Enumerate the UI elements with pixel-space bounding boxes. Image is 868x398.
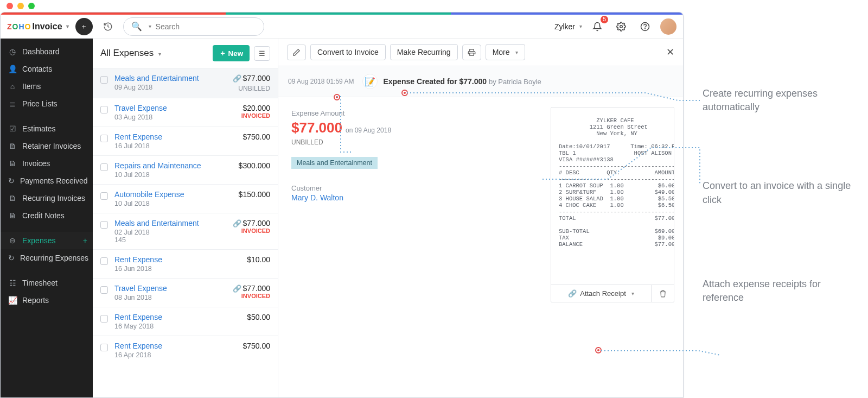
quick-create-button[interactable]: ＋ (75, 18, 93, 35)
receipt-content: ZYLKER CAFE 1211 Green Street New York, … (551, 108, 674, 285)
history-button[interactable] (99, 18, 117, 35)
help-icon (640, 22, 650, 31)
row-checkbox[interactable] (100, 257, 108, 265)
make-recurring-button[interactable]: Make Recurring (390, 44, 458, 60)
expense-status: INVOICED (233, 293, 270, 299)
row-checkbox[interactable] (100, 76, 108, 84)
row-checkbox[interactable] (100, 135, 108, 142)
attach-receipt-button[interactable]: 🔗 Attach Receipt▾ (551, 285, 651, 302)
receipt-preview: ZYLKER CAFE 1211 Green Street New York, … (551, 107, 674, 302)
log-timestamp: 09 Aug 2018 01:59 AM (288, 78, 354, 85)
expense-ref: 145 (114, 236, 226, 244)
search-box[interactable]: 🔍▾ (123, 17, 264, 36)
sidebar-item-recurring-expenses[interactable]: ↻Recurring Expenses (1, 249, 93, 267)
expense-date: 10 Jul 2018 (114, 171, 232, 179)
customer-link[interactable]: Mary D. Walton (291, 193, 538, 202)
row-checkbox[interactable] (100, 163, 108, 171)
new-expense-button[interactable]: ＋ New (213, 45, 250, 61)
row-checkbox[interactable] (100, 106, 108, 113)
sidebar-item-timesheet[interactable]: ☷Timesheet (1, 274, 93, 292)
expense-title: Meals and Entertainment (114, 74, 226, 83)
minimize-window-icon[interactable] (17, 3, 24, 9)
sidebar-item-retainer-invoices[interactable]: 🗎Retainer Invoices (1, 137, 93, 155)
app-logo[interactable]: ZOHO Invoice ▾ (7, 22, 69, 31)
expense-list-panel: All Expenses ▾ ＋ New ☰ Meals and Enterta… (93, 39, 278, 397)
topbar: ZOHO Invoice ▾ ＋ 🔍▾ Zylker ▾ 5 (1, 15, 683, 39)
sidebar-item-reports[interactable]: 📈Reports (1, 292, 93, 309)
sidebar-item-payments-received[interactable]: ↻Payments Received (1, 172, 93, 189)
expense-row[interactable]: Rent Expense 16 Apr 2018 $750.00 (93, 336, 278, 364)
delete-receipt-button[interactable] (651, 285, 674, 302)
expense-row[interactable]: Automobile Expense 10 Jul 2018 $150.000 (93, 184, 278, 213)
file-r-icon: 🗎 (8, 194, 17, 203)
expense-detail-panel: Convert to Invoice Make Recurring More ▾… (278, 39, 683, 397)
expense-category-tag[interactable]: Meals and Entertainment (291, 157, 378, 169)
sidebar-item-items[interactable]: ⌂Items (1, 78, 93, 95)
help-button[interactable] (636, 18, 654, 35)
detail-toolbar: Convert to Invoice Make Recurring More ▾… (278, 39, 683, 66)
list-menu-button[interactable]: ☰ (254, 46, 270, 61)
receipt-panel: ZYLKER CAFE 1211 Green Street New York, … (551, 97, 683, 397)
maximize-window-icon[interactable] (28, 3, 35, 9)
search-input[interactable] (156, 22, 256, 31)
log-text: Expense Created for $77.000 by Patricia … (383, 77, 541, 86)
sidebar-item-contacts[interactable]: 👤Contacts (1, 60, 93, 78)
expense-row[interactable]: Travel Expense 08 Jun 2018 🔗$77.000 INVO… (93, 278, 278, 307)
expense-date: 16 Apr 2018 (114, 351, 236, 359)
org-switcher[interactable]: Zylker ▾ (554, 22, 582, 31)
expense-date: 02 Jul 2018 (114, 229, 226, 236)
expense-title: Travel Expense (114, 104, 235, 112)
expense-amount: $10.00 (247, 255, 270, 273)
expense-row[interactable]: Meals and Entertainment 09 Aug 2018 🔗$77… (93, 68, 278, 98)
sidebar-item-expenses[interactable]: ⊖Expenses+ (1, 232, 93, 249)
convert-to-invoice-button[interactable]: Convert to Invoice (310, 44, 386, 60)
close-detail-button[interactable]: ✕ (666, 46, 674, 58)
sidebar-item-dashboard[interactable]: ◷Dashboard (1, 43, 93, 60)
row-checkbox[interactable] (100, 192, 108, 200)
minus-circle-icon: ⊖ (8, 236, 17, 245)
expense-amount: 🔗$77.000 UNBILLED (233, 74, 270, 92)
list-title[interactable]: All Expenses ▾ (100, 48, 161, 59)
search-scope-chevron-icon: ▾ (149, 23, 151, 29)
expense-date: 03 Aug 2018 (114, 113, 235, 121)
row-checkbox[interactable] (100, 221, 108, 229)
row-checkbox[interactable] (100, 286, 108, 294)
avatar[interactable] (660, 18, 676, 35)
expense-row[interactable]: Meals and Entertainment 02 Jul 2018 145 … (93, 213, 278, 249)
sidebar-item-recurring-invoices[interactable]: 🗎Recurring Invoices (1, 189, 93, 207)
sidebar-item-price-lists[interactable]: ≣Price Lists (1, 95, 93, 112)
settings-button[interactable] (612, 18, 630, 35)
expense-amount: 🔗$77.000 INVOICED (233, 284, 270, 301)
row-checkbox[interactable] (100, 344, 108, 351)
expense-row[interactable]: Rent Expense 16 Jul 2018 $750.00 (93, 127, 278, 155)
callout-dot (595, 347, 602, 353)
row-checkbox[interactable] (100, 315, 108, 323)
gear-icon (616, 22, 626, 31)
sidebar-item-label: Expenses (22, 236, 55, 245)
notifications-button[interactable]: 5 (589, 18, 606, 35)
svg-point-2 (645, 28, 646, 29)
print-button[interactable] (462, 45, 481, 60)
sidebar-item-label: Payments Received (20, 176, 88, 185)
sidebar-item-credit-notes[interactable]: 🗎Credit Notes (1, 207, 93, 224)
expense-amount: $150.000 (239, 190, 270, 207)
bell-icon (592, 22, 602, 31)
expense-row[interactable]: Rent Expense 16 Jun 2018 $10.00 (93, 249, 278, 278)
expense-date: 09 Aug 2018 (114, 84, 226, 91)
detail-summary: Expense Amount $77.000on 09 Aug 2018 UNB… (278, 97, 551, 397)
sidebar-item-invoices[interactable]: 🗎Invoices (1, 155, 93, 172)
expense-row[interactable]: Repairs and Maintenance 10 Jul 2018 $300… (93, 155, 278, 184)
list-header: All Expenses ▾ ＋ New ☰ (93, 39, 278, 68)
expense-status: INVOICED (241, 112, 270, 119)
close-window-icon[interactable] (7, 3, 13, 9)
expense-row[interactable]: Rent Expense 16 May 2018 $50.00 (93, 307, 278, 336)
expense-row[interactable]: Travel Expense 03 Aug 2018 $20.000 INVOI… (93, 98, 278, 127)
expense-title: Rent Expense (114, 313, 240, 321)
add-icon[interactable]: + (83, 236, 87, 245)
expense-list: Meals and Entertainment 09 Aug 2018 🔗$77… (93, 68, 278, 397)
sidebar-item-label: Dashboard (22, 47, 60, 56)
more-button[interactable]: More ▾ (486, 44, 525, 60)
expense-date: 08 Jun 2018 (114, 294, 226, 301)
sidebar-item-estimates[interactable]: ☑Estimates (1, 120, 93, 137)
edit-button[interactable] (287, 45, 306, 60)
